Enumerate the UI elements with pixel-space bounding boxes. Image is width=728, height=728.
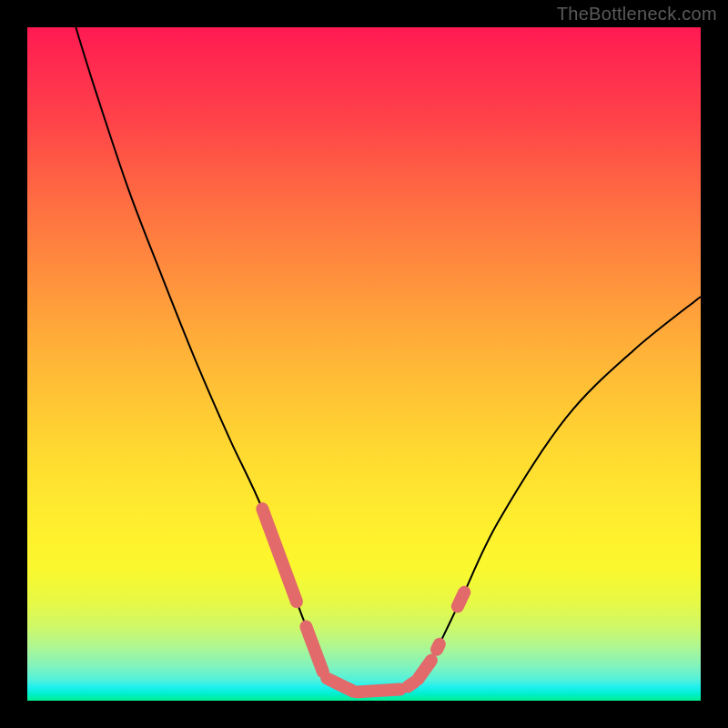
marker-left-3 bbox=[327, 679, 353, 692]
marker-left-2 bbox=[306, 627, 323, 672]
chart-plot-area bbox=[27, 27, 701, 701]
watermark-text: TheBottleneck.com bbox=[557, 4, 717, 25]
marker-floor bbox=[358, 689, 400, 692]
marker-left-1 bbox=[262, 509, 297, 602]
marker-right-3 bbox=[437, 644, 440, 650]
marker-right-4 bbox=[458, 592, 464, 607]
chart-frame: TheBottleneck.com bbox=[0, 0, 728, 728]
marker-right-2 bbox=[418, 661, 431, 680]
marker-group bbox=[262, 509, 464, 692]
bottleneck-curve-svg bbox=[27, 27, 701, 701]
bottleneck-curve-path bbox=[76, 27, 701, 693]
